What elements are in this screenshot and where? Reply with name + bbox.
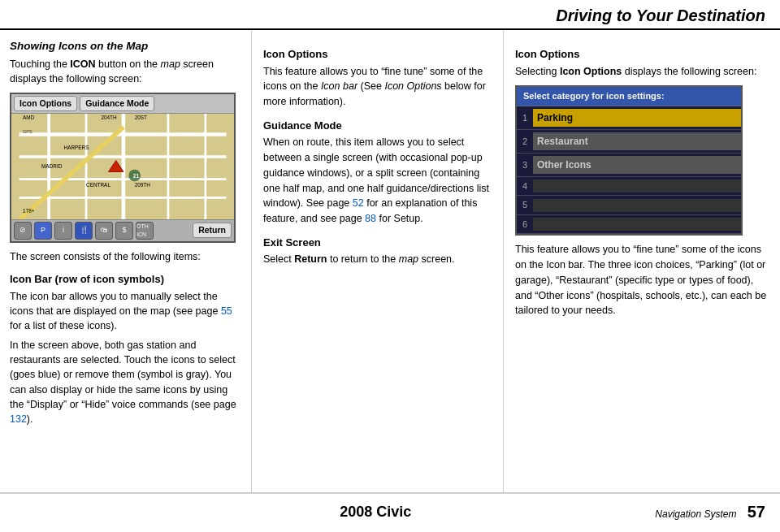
guidance-mode-btn[interactable]: Guidance Mode	[80, 96, 154, 111]
ios-label-4	[533, 179, 741, 192]
ios-row-5[interactable]: 5	[517, 196, 741, 215]
right-intro: Selecting Icon Options displays the foll…	[515, 64, 769, 80]
icon-bar-body: The icon bar allows you to manually sele…	[10, 289, 241, 333]
icon-food: 🍴	[75, 222, 93, 240]
page-footer: 2008 Civic Navigation System 57	[0, 493, 780, 530]
map-icon-bar: ⊘ P i 🍴 🛍 $ OTH ICN Return	[11, 219, 234, 241]
svg-text:CENTRAL: CENTRAL	[86, 182, 110, 188]
svg-text:AMD: AMD	[23, 115, 35, 120]
svg-text:HARPERS: HARPERS	[64, 145, 89, 150]
svg-text:204TH: 204TH	[101, 115, 117, 120]
content-columns: Showing Icons on the Map Touching the IC…	[0, 30, 780, 493]
svg-text:178+: 178+	[23, 208, 35, 214]
page-ref-132[interactable]: 132	[10, 413, 27, 425]
right-section-title: Icon Options	[515, 46, 769, 63]
ios-num-6: 6	[517, 218, 533, 231]
icon-other: OTH ICN	[136, 222, 154, 240]
icon-info: i	[54, 222, 72, 240]
ios-label-6	[533, 218, 741, 231]
page-ref-55[interactable]: 55	[221, 305, 232, 317]
right-body: This feature allows you to “fine tune” s…	[515, 242, 769, 318]
guidance-mode-body: When on route, this item allows you to s…	[263, 135, 492, 227]
page-title: Driving to Your Destination	[556, 6, 765, 24]
ios-label-5	[533, 199, 741, 212]
exit-screen-body: Select Return to return to the map scree…	[263, 252, 492, 267]
page-number: 57	[748, 503, 765, 521]
after-map-text: The screen consists of the following ite…	[10, 249, 241, 264]
ios-row-4[interactable]: 4	[517, 177, 741, 197]
ios-label-2: Restaurant	[533, 132, 741, 150]
ios-num-5: 5	[517, 198, 533, 212]
column-left: Showing Icons on the Map Touching the IC…	[0, 30, 252, 492]
ios-row-3[interactable]: 3 Other Icons	[517, 154, 741, 177]
footer-center: 2008 Civic	[340, 504, 411, 521]
icon-parking: P	[34, 222, 52, 240]
ios-header: Select category for icon settings:	[517, 87, 741, 106]
svg-text:209TH: 209TH	[135, 182, 151, 188]
icon-bar-body2: In the screen above, both gas station an…	[10, 338, 241, 426]
nav-system-label: Navigation System	[655, 508, 736, 520]
icon-shop: 🛍	[95, 222, 113, 240]
ios-row-2[interactable]: 2 Restaurant	[517, 130, 741, 154]
map-svg: AMD GPS 204TH 20ST HARPERS MADRID CENTRA…	[11, 112, 234, 220]
ios-num-3: 3	[517, 158, 533, 172]
icon-off: ⊘	[14, 222, 32, 240]
column-mid: Icon Options This feature allows you to …	[252, 30, 504, 492]
svg-text:GPS: GPS	[23, 128, 32, 133]
left-intro: Touching the ICON button on the map scre…	[10, 57, 241, 86]
footer-right: Navigation System 57	[655, 503, 765, 521]
mid-section-title: Icon Options	[263, 46, 492, 63]
ios-row-1[interactable]: 1 Parking	[517, 106, 741, 130]
icon-options-screen: Select category for icon settings: 1 Par…	[515, 85, 743, 236]
svg-text:21: 21	[133, 173, 140, 179]
ios-num-1: 1	[517, 111, 533, 125]
page-ref-88[interactable]: 88	[365, 213, 376, 224]
svg-text:MADRID: MADRID	[41, 163, 63, 169]
column-right: Icon Options Selecting Icon Options disp…	[504, 30, 780, 492]
mid-intro: This feature allows you to “fine tune” s…	[263, 64, 492, 110]
icon-atm: $	[115, 222, 133, 240]
icon-bar-title: Icon Bar (row of icon symbols)	[10, 272, 241, 288]
return-btn[interactable]: Return	[193, 223, 232, 238]
ios-num-2: 2	[517, 135, 533, 149]
ios-label-3: Other Icons	[533, 156, 741, 174]
ios-row-6[interactable]: 6	[517, 215, 741, 235]
svg-text:20ST: 20ST	[135, 115, 147, 120]
icon-options-btn[interactable]: Icon Options	[14, 96, 77, 111]
page-header: Driving to Your Destination	[0, 0, 780, 30]
left-section-title: Showing Icons on the Map	[10, 38, 241, 54]
map-toolbar: Icon Options Guidance Mode	[11, 94, 234, 114]
page-ref-52[interactable]: 52	[353, 197, 364, 209]
ios-num-4: 4	[517, 179, 533, 193]
ios-label-1: Parking	[533, 109, 741, 127]
guidance-mode-title: Guidance Mode	[263, 118, 492, 134]
map-display: Icon Options Guidance Mode A	[10, 93, 236, 243]
exit-screen-title: Exit Screen	[263, 235, 492, 251]
